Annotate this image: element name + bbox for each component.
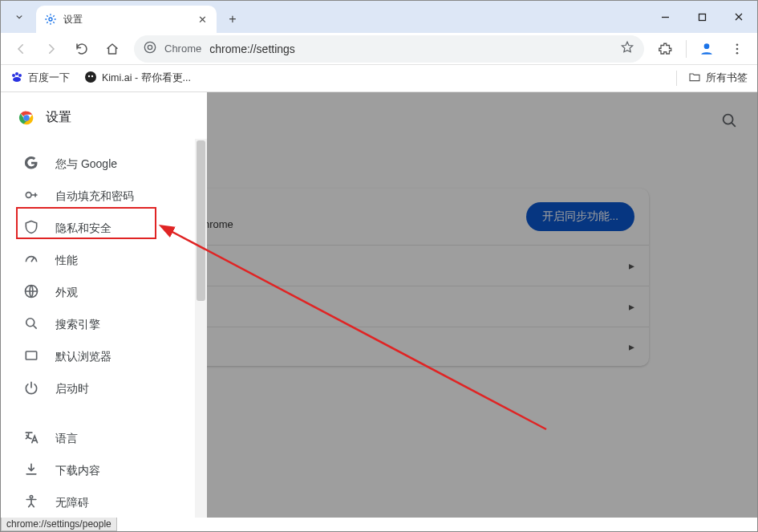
- svg-point-12: [15, 72, 18, 75]
- svg-point-0: [49, 18, 52, 21]
- svg-point-14: [13, 77, 21, 82]
- chrome-logo-icon: [18, 110, 34, 126]
- address-url: chrome://settings: [209, 43, 612, 55]
- bookmark-item[interactable]: 百度一下: [10, 71, 70, 86]
- kimi-icon: [84, 71, 97, 86]
- svg-point-22: [24, 116, 29, 120]
- translate-icon: [23, 429, 39, 448]
- shield-icon: [23, 219, 39, 238]
- sidebar-list: 您与 Google 自动填充和密码 隐私和安全 性能 外观 搜索引擎: [1, 144, 207, 518]
- svg-point-9: [736, 47, 739, 50]
- sidebar-item-label: 默认浏览器: [55, 350, 111, 364]
- tab-title: 设置: [63, 13, 189, 26]
- all-bookmarks-button[interactable]: 所有书签: [676, 71, 748, 86]
- window-titlebar: 设置 ✕ +: [1, 1, 757, 33]
- svg-point-16: [88, 75, 90, 77]
- svg-point-11: [12, 74, 15, 77]
- gear-icon: [44, 13, 57, 26]
- svg-point-15: [85, 71, 96, 83]
- sidebar-item-label: 自动填充和密码: [55, 189, 134, 204]
- extensions-button[interactable]: [652, 35, 679, 63]
- sidebar-item-label: 搜索引擎: [55, 318, 100, 332]
- window-controls: [647, 1, 757, 33]
- scrollbar[interactable]: [195, 139, 207, 518]
- star-icon[interactable]: [620, 40, 634, 57]
- menu-button[interactable]: [724, 35, 751, 63]
- minimize-button[interactable]: [647, 1, 683, 33]
- new-tab-button[interactable]: +: [221, 8, 244, 30]
- browser-toolbar: Chrome chrome://settings: [1, 33, 757, 65]
- sidebar-item-downloads[interactable]: 下载内容: [1, 455, 207, 487]
- globe-icon: [23, 283, 39, 302]
- google-g-icon: [23, 155, 39, 173]
- address-bar[interactable]: Chrome chrome://settings: [134, 35, 644, 63]
- sidebar-title: 设置: [46, 109, 71, 126]
- sidebar-item-default-browser[interactable]: 默认浏览器: [1, 341, 207, 373]
- sidebar-item-language[interactable]: 语言: [1, 423, 207, 455]
- accessibility-icon: [23, 493, 39, 512]
- content-area: Google 的智能技术 同步并个性化设置 Chrome 开启同步功能... 服…: [1, 92, 757, 518]
- sidebar-item-label: 性能: [55, 254, 78, 268]
- home-button[interactable]: [99, 35, 126, 63]
- svg-point-29: [30, 496, 32, 498]
- sidebar-header: 设置: [1, 92, 207, 144]
- sidebar-item-performance[interactable]: 性能: [1, 245, 207, 277]
- sidebar-item-label: 您与 Google: [55, 157, 117, 172]
- sidebar-item-startup[interactable]: 启动时: [1, 373, 207, 405]
- forward-button[interactable]: [38, 35, 65, 63]
- profile-button[interactable]: [693, 35, 720, 63]
- bookmark-label: Kimi.ai - 帮你看更...: [102, 71, 191, 85]
- status-url: chrome://settings/people: [6, 518, 111, 530]
- sidebar-item-appearance[interactable]: 外观: [1, 277, 207, 309]
- svg-point-7: [704, 43, 710, 49]
- back-button[interactable]: [7, 35, 34, 63]
- svg-point-17: [91, 75, 93, 77]
- maximize-button[interactable]: [683, 1, 720, 33]
- svg-line-27: [34, 326, 37, 329]
- svg-line-24: [31, 258, 34, 262]
- reload-button[interactable]: [68, 35, 95, 63]
- sidebar-item-label: 语言: [55, 432, 78, 446]
- svg-rect-2: [699, 14, 705, 20]
- scrollbar-thumb[interactable]: [197, 140, 205, 301]
- close-icon[interactable]: ✕: [196, 13, 209, 26]
- svg-point-6: [148, 45, 152, 49]
- power-icon: [23, 380, 39, 398]
- sidebar-item-label: 隐私和安全: [55, 221, 111, 236]
- chrome-icon: [144, 41, 156, 56]
- sidebar-item-accessibility[interactable]: 无障碍: [1, 487, 207, 518]
- browser-tab[interactable]: 设置 ✕: [36, 6, 217, 33]
- download-icon: [23, 461, 39, 480]
- bookmarks-bar: 百度一下 Kimi.ai - 帮你看更... 所有书签: [1, 65, 757, 92]
- divider: [686, 40, 687, 58]
- address-label: Chrome: [164, 43, 201, 55]
- baidu-icon: [10, 71, 23, 86]
- bookmark-item[interactable]: Kimi.ai - 帮你看更...: [84, 71, 191, 86]
- folder-icon: [688, 71, 701, 86]
- status-bar: chrome://settings/people: [1, 516, 117, 531]
- search-icon: [23, 315, 39, 334]
- sidebar-item-you-and-google[interactable]: 您与 Google: [1, 148, 207, 181]
- svg-point-8: [736, 43, 739, 46]
- settings-sidebar: 设置 您与 Google 自动填充和密码 隐私和安全 性能 外观: [1, 92, 207, 518]
- svg-point-5: [144, 42, 155, 52]
- svg-point-26: [26, 319, 34, 327]
- sidebar-item-label: 启动时: [55, 382, 89, 396]
- all-bookmarks-label: 所有书签: [706, 71, 748, 85]
- close-window-button[interactable]: [720, 1, 757, 33]
- sidebar-item-label: 无障碍: [55, 496, 89, 510]
- sidebar-item-privacy[interactable]: 隐私和安全: [1, 213, 207, 245]
- svg-point-23: [26, 193, 31, 198]
- sidebar-item-label: 外观: [55, 286, 78, 300]
- sidebar-item-label: 下载内容: [55, 464, 100, 478]
- speedometer-icon: [23, 251, 39, 270]
- svg-point-13: [18, 74, 22, 77]
- sidebar-item-autofill[interactable]: 自动填充和密码: [1, 181, 207, 213]
- window-icon: [23, 347, 39, 366]
- svg-point-10: [736, 51, 739, 54]
- sidebar-item-search[interactable]: 搜索引擎: [1, 309, 207, 341]
- key-icon: [23, 187, 39, 205]
- tab-search-dropdown[interactable]: [7, 5, 31, 29]
- bookmark-label: 百度一下: [28, 71, 70, 85]
- svg-rect-28: [26, 351, 36, 359]
